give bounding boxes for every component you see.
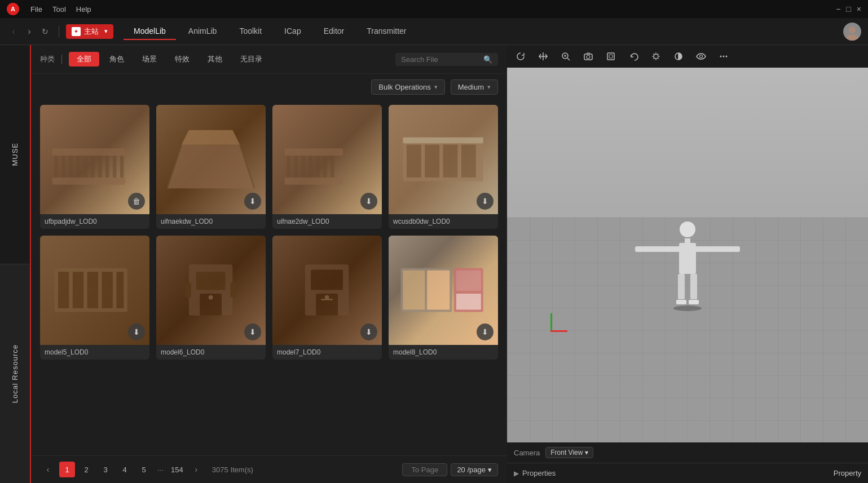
vp-undo-icon[interactable] [627,50,640,63]
svg-rect-2 [55,152,58,181]
vp-brightness-icon[interactable] [649,50,663,63]
close-button[interactable]: × [857,5,861,14]
model-download-button[interactable]: ⬇ [244,324,261,340]
model-card[interactable]: ⬇ model7_LOD0 [272,236,382,360]
tab-modellib[interactable]: ModelLib [124,23,176,40]
properties-expand-icon[interactable]: ▶ [514,469,519,477]
search-input[interactable] [401,55,480,64]
pagination-page-4[interactable]: 4 [117,462,133,477]
minimize-button[interactable]: − [836,5,840,14]
sidebar-item-muse[interactable]: MUSE [0,45,30,264]
model-card[interactable]: ⬇ wcusdb0dw_LOD0 [389,105,498,229]
model-delete-button[interactable]: 🗑 [128,193,145,210]
camera-chevron-icon: ▾ [585,449,588,457]
filter-no-catalog[interactable]: 无目录 [232,52,270,67]
svg-point-68 [723,56,725,57]
vp-rotate-icon[interactable] [514,50,527,63]
bulk-operations-button[interactable]: Bulk Operations ▾ [371,79,445,95]
to-page-input[interactable] [402,463,447,476]
svg-rect-40 [196,272,226,290]
pagination: ‹ 1 2 3 4 5 ··· 154 › 3075 Item(s) 20 /p… [31,455,507,483]
model-thumbnail: ⬇ [272,105,382,214]
character-shadow [673,305,702,311]
home-icon: ✦ [72,27,81,36]
medium-size-button[interactable]: Medium ▾ [451,79,498,95]
svg-rect-21 [309,152,312,181]
svg-rect-6 [84,152,87,181]
svg-rect-20 [302,152,305,181]
vp-contrast-icon[interactable] [672,50,685,63]
nav-divider [59,26,59,37]
tab-transmitter[interactable]: Transmitter [356,23,416,40]
model-download-button[interactable]: ⬇ [360,324,377,340]
model-download-button[interactable]: ⬇ [477,324,494,340]
home-button[interactable]: ✦ 主站 ▾ [66,24,113,39]
pagination-prev-button[interactable]: ‹ [40,462,56,477]
pagination-page-5[interactable]: 5 [136,462,152,477]
menu-help[interactable]: Help [76,5,91,14]
vp-camera-icon[interactable] [581,50,595,63]
menu-file[interactable]: File [30,5,42,14]
vp-eye-icon[interactable] [694,50,708,63]
model-card[interactable]: ⬇ model6_LOD0 [156,236,266,360]
maximize-button[interactable]: □ [846,5,851,14]
home-chevron-icon: ▾ [104,28,108,35]
filter-effects[interactable]: 特效 [167,52,197,67]
svg-point-1 [846,34,858,41]
nav-tabs: ModelLib AnimLib Toolkit ICap Editor Tra… [124,23,417,40]
model-download-button[interactable]: ⬇ [477,193,494,210]
model-card[interactable]: ⬇ model5_LOD0 [40,236,149,360]
model-card[interactable]: ⬇ model8_LOD0 [389,236,498,360]
properties-label: Properties [522,469,556,477]
filter-other[interactable]: 其他 [200,52,230,67]
svg-marker-15 [182,130,240,145]
title-bar: A File Tool Help − □ × [0,0,868,18]
viewport-canvas[interactable] [507,68,868,442]
per-page-button[interactable]: 20 /page ▾ [451,463,498,476]
pagination-page-2[interactable]: 2 [78,462,94,477]
model-thumbnail: ⬇ [389,105,498,214]
svg-rect-8 [98,152,102,181]
model-card[interactable]: ⬇ uifnaekdw_LOD0 [156,105,266,229]
model-download-button[interactable]: ⬇ [360,193,377,210]
filter-characters[interactable]: 角色 [102,52,132,67]
nav-back-button[interactable]: ‹ [7,25,20,38]
camera-view-select[interactable]: Front View ▾ [545,447,593,458]
model-download-button[interactable]: ⬇ [244,193,261,210]
model-card[interactable]: ⬇ uifnae2dw_LOD0 [272,105,382,229]
model-name: ufbpadjdw_LOD0 [40,214,149,229]
pagination-page-1[interactable]: 1 [59,462,75,477]
model-thumbnail: ⬇ [40,236,149,345]
menu-tool[interactable]: Tool [52,5,66,14]
svg-rect-46 [311,270,343,290]
tab-editor[interactable]: Editor [314,23,355,40]
svg-rect-11 [120,152,124,181]
tab-animlib[interactable]: AnimLib [178,23,227,40]
user-avatar[interactable] [843,23,861,41]
svg-rect-52 [428,271,450,310]
camera-label: Camera [514,449,540,457]
vp-move-icon[interactable] [536,50,550,63]
vp-zoom-icon[interactable] [559,50,572,63]
pagination-next-button[interactable]: › [188,462,204,477]
svg-rect-28 [407,145,421,178]
content-panel: 种类 全部 角色 场景 特效 其他 无目录 🔍 Bulk Operations … [31,45,507,483]
sidebar-item-local-resource[interactable]: Local Resource [0,264,30,483]
model-download-button[interactable]: ⬇ [128,324,145,340]
pagination-page-3[interactable]: 3 [98,462,113,477]
filter-all[interactable]: 全部 [69,52,99,67]
tab-icap[interactable]: ICap [274,23,311,40]
model-card[interactable]: 🗑 ufbpadjdw_LOD0 [40,105,149,229]
filter-scenes[interactable]: 场景 [134,52,165,67]
tab-toolkit[interactable]: Toolkit [229,23,272,40]
vp-frame-icon[interactable] [604,50,618,63]
svg-point-66 [700,55,703,58]
pagination-last-page[interactable]: 154 [169,462,185,477]
vp-more-icon[interactable] [717,50,730,63]
camera-view-label: Front View [550,449,583,457]
viewport-toolbar [507,45,868,68]
search-icon[interactable]: 🔍 [483,55,492,64]
nav-refresh-button[interactable]: ↻ [38,25,52,38]
nav-forward-button[interactable]: › [23,25,36,38]
pagination-ellipsis: ··· [155,466,166,474]
